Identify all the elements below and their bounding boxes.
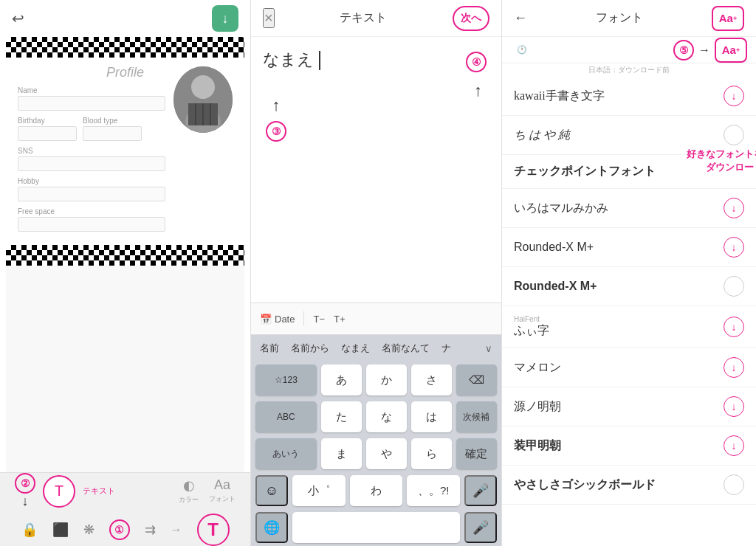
font-item-6[interactable]: HaiFent ふぃ字 ↓ [502,306,756,348]
annotation-3-circle: ③ [266,121,286,142]
font-item-4[interactable]: Rounded-X M+ ↓ [502,228,756,267]
back-button[interactable]: ← [514,10,527,26]
font-icon: Aa [214,477,230,493]
keyboard-row-1: ☆123 あ か さ ⌫ [251,362,501,398]
key-ma[interactable]: ま [321,438,362,469]
font-style-button[interactable]: Aa+ [712,6,744,31]
bottom-icons-row: 🔒 ⬛ ❋ ① ⇉ → T [21,514,230,546]
suggestions-bar: 名前 名前から なまえ 名前なんて ナ ∨ [251,335,501,362]
key-globe[interactable]: 🌐 [255,512,288,543]
suggestions-chevron[interactable]: ∨ [485,343,492,354]
text-cursor [319,51,320,70]
key-punctuation[interactable]: 、。?! [407,475,460,506]
tool-item-color[interactable]: ◐ カラー [179,477,199,505]
font-item-8[interactable]: 源ノ明朝 ↓ [502,387,756,426]
key-confirm[interactable]: 確定 [456,438,497,469]
key-ta[interactable]: た [321,401,362,432]
key-sa[interactable]: さ [411,364,452,395]
field-label-bloodtype: Blood type [83,117,142,125]
aa-filter-btn[interactable]: Aa+ [715,38,747,63]
key-microphone[interactable]: 🎤 [464,512,497,543]
key-123[interactable]: ☆123 [255,364,317,395]
font-download-9[interactable]: ↓ [724,435,744,456]
input-text: なまえ [263,50,314,69]
key-backspace[interactable]: ⌫ [456,364,497,395]
key-wa[interactable]: わ [350,475,403,506]
size-decrease[interactable]: T− [313,314,325,325]
suggestion-2[interactable]: なまえ [341,342,370,355]
arrow-right-icon: → [171,523,182,536]
key-ka[interactable]: か [366,364,407,395]
download-button[interactable]: ↓ [212,5,238,32]
filter-tabs: 🕐 ⑤ → Aa+ [502,37,756,63]
key-aiueo[interactable]: あいう [255,438,317,469]
filter-tab-recent[interactable]: 🕐 [511,41,533,60]
font-download-1[interactable] [724,125,744,145]
key-a[interactable]: あ [321,364,362,395]
field-box-freespace [18,217,165,232]
profile-field-sns: SNS [18,147,233,171]
text-tool-circle[interactable]: T [43,475,75,508]
text-icon: T [55,483,63,500]
key-small[interactable]: 小゜ [292,475,346,506]
field-box-sns [18,156,165,171]
date-picker[interactable]: 📅 Date [260,314,295,325]
checkered-bottom-border [6,245,244,266]
font-item-0[interactable]: kawaii手書き文字 ↓ [502,77,756,116]
font-list: kawaii手書き文字 ↓ ち は や 純 チェックポイントフォント 好きなフォ… [502,77,756,546]
key-ha[interactable]: は [411,401,452,432]
font-label: フォント [209,494,236,504]
text-input-area[interactable]: なまえ ④ ↑ ③ ↑ [251,37,501,303]
font-download-5[interactable] [724,276,744,297]
undo-button[interactable]: ↩ [12,10,24,27]
next-button[interactable]: 次へ [453,6,489,31]
font-item-3[interactable]: いろはマルみかみ ↓ [502,189,756,228]
middle-title: テキスト [340,10,387,26]
key-abc[interactable]: ABC [255,401,317,432]
font-item-2[interactable]: チェックポイントフォント 好きなフォントをダウンロード [502,155,756,189]
size-increase[interactable]: T+ [334,314,346,325]
key-emoji[interactable]: ☺ [255,475,288,506]
adjust-icon: ❋ [83,522,94,538]
suggestion-0[interactable]: 名前 [260,342,279,355]
text-tool-label: テキスト [83,485,115,497]
font-name-9: 装甲明朝 [514,438,561,454]
font-item-5[interactable]: Rounded-X M+ [502,267,756,306]
keyboard-row-5: 🌐 🎤 [251,509,501,546]
suggestion-4[interactable]: ナ [441,342,451,355]
tool-item-font[interactable]: Aa フォント [209,477,236,505]
field-box-birthday [18,126,77,141]
key-next-candidate[interactable]: 次候補 [456,401,497,432]
font-name-1: ち は や 純 [514,128,570,143]
font-download-0[interactable]: ↓ [724,86,744,106]
font-item-1[interactable]: ち は や 純 [502,116,756,155]
close-button[interactable]: × [263,8,275,28]
key-ya[interactable]: や [366,438,407,469]
big-t-button[interactable]: T [197,514,230,546]
checkered-top-border [6,37,244,58]
font-item-9[interactable]: 装甲明朝 ↓ [502,426,756,466]
download-icon: ↓ [222,11,229,27]
field-label-freespace: Free space [18,207,233,215]
clock-icon: 🕐 [517,45,527,55]
keyboard-row-3: あいう ま や ら 確定 [251,435,501,472]
font-name-2: チェックポイントフォント [514,164,656,179]
key-space-bar[interactable] [292,512,460,543]
arrow-to-aa: → [698,44,710,57]
font-download-3[interactable]: ↓ [724,198,744,218]
font-download-8[interactable]: ↓ [724,396,744,417]
font-item-10[interactable]: やさしさゴシックボールド [502,466,756,505]
font-item-7[interactable]: マメロン ↓ [502,348,756,387]
font-download-4[interactable]: ↓ [724,237,744,258]
suggestion-3[interactable]: 名前なんて [382,342,430,355]
field-box-hobby [18,187,165,201]
field-label-birthday: Birthday [18,117,77,125]
font-name-6: ふぃ字 [514,324,549,336]
font-download-10[interactable] [724,474,744,495]
key-ra[interactable]: ら [411,438,452,469]
key-mic[interactable]: 🎤 [464,475,497,506]
key-na[interactable]: な [366,401,407,432]
font-download-6[interactable]: ↓ [724,317,744,337]
font-download-7[interactable]: ↓ [724,357,744,378]
suggestion-1[interactable]: 名前から [291,342,329,355]
